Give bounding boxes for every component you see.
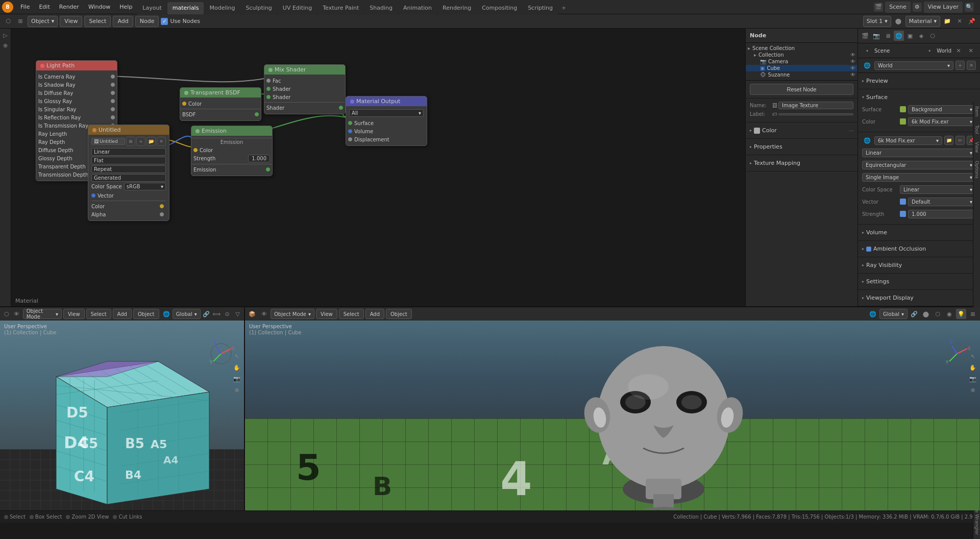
select-menu[interactable]: Select (84, 16, 111, 27)
vr-add-btn[interactable]: Add (365, 309, 384, 319)
strength-input[interactable]: 1.000 (908, 210, 976, 218)
world-dropdown[interactable]: World▾ (874, 61, 953, 70)
menu-file[interactable]: File (16, 2, 34, 13)
menu-edit[interactable]: Edit (35, 2, 54, 13)
preview-header[interactable]: ▸ Preview (862, 76, 976, 86)
tab-materials[interactable]: materials (167, 2, 204, 14)
vl-view-icon[interactable]: 👁 (12, 309, 21, 319)
color-section-header[interactable]: ▸ Color ⋯ (750, 126, 853, 135)
node-menu[interactable]: Node (135, 16, 159, 27)
add-world-icon[interactable]: ✕ (953, 45, 964, 56)
cube-item[interactable]: ▣ Cube 👁 (746, 65, 857, 71)
vr-select-btn[interactable]: Select (339, 309, 364, 319)
viewport-right[interactable]: 📦 👁 Object Mode▾ View Select Add Object … (245, 307, 980, 510)
delete-material-icon[interactable]: ✕ (954, 16, 965, 27)
camera-item[interactable]: 📷 Camera 👁 (746, 58, 857, 65)
wrangler-material-icon[interactable]: ⬡ (927, 31, 938, 41)
vr-snap-icon[interactable]: 🔗 (909, 309, 919, 319)
view-layer-selector[interactable]: View Layer (924, 2, 963, 13)
texture-open-icon[interactable]: 📂 (146, 137, 156, 146)
name-input[interactable]: Image Texture (778, 102, 853, 109)
vl-tool-group[interactable]: ⊕ (232, 385, 242, 395)
wrangler-world-icon[interactable]: 🌐 (894, 31, 904, 41)
vr-tool-group[interactable]: ⊕ (968, 385, 978, 395)
tab-shading[interactable]: Shading (364, 2, 398, 14)
tab-layout[interactable]: Layout (137, 2, 166, 14)
vector-dropdown[interactable]: Default▾ (908, 198, 976, 206)
color-space-value[interactable]: Linear▾ (900, 185, 976, 194)
tab-scripting[interactable]: Scripting (523, 2, 558, 14)
linear-dropdown[interactable]: Linear▾ (862, 149, 976, 157)
vr-material-icon[interactable]: ⬡ (933, 309, 943, 319)
view-mode-icon[interactable]: ⊞ (15, 16, 26, 27)
vr-overlay-icon[interactable]: ⊞ (968, 309, 978, 319)
vl-proportional-icon[interactable]: ⊙ (223, 309, 231, 319)
source-dropdown[interactable]: Generated (91, 174, 166, 182)
projection-dropdown[interactable]: Flat (91, 157, 166, 164)
vr-object-btn[interactable]: Object (386, 309, 412, 319)
vl-select-btn[interactable]: Select (86, 309, 111, 319)
search-icon[interactable]: 🔍 (965, 3, 974, 12)
vl-mode-selector[interactable]: Object Mode▾ (23, 309, 62, 319)
equirectangular-dropdown[interactable]: Equirectangular▾ (862, 161, 976, 169)
scene-collection-item[interactable]: ▸ Scene Collection (746, 45, 857, 52)
tab-rendering[interactable]: Rendering (437, 2, 476, 14)
vr-view-btn[interactable]: View (316, 309, 337, 319)
file-dropdown[interactable]: 6k Mod Fix.exr▾ (874, 136, 942, 145)
vl-object-btn[interactable]: Object (133, 309, 159, 319)
tab-sculpting[interactable]: Sculpting (240, 2, 277, 14)
viewport-display-header[interactable]: ▸ Viewport Display (862, 293, 976, 303)
interpolation-dropdown[interactable]: Linear (91, 148, 166, 156)
tab-compositing[interactable]: Compositing (477, 2, 522, 14)
ambient-occlusion-header[interactable]: ▸ Ambient Occlusion (862, 244, 976, 254)
texture-mapping-section-header[interactable]: ▸ Texture Mapping (750, 158, 853, 168)
vr-solid-icon[interactable]: ◉ (944, 309, 954, 319)
vl-snap-icon[interactable]: 🔗 (202, 309, 211, 319)
tab-uv-editing[interactable]: UV Editing (278, 2, 317, 14)
vl-mirror-icon[interactable]: ⟺ (212, 309, 221, 319)
vr-tool-cursor[interactable]: ↖ (968, 351, 978, 361)
emission-strength[interactable]: 1.000 (248, 155, 270, 162)
volume-header[interactable]: ▸ Volume (862, 228, 976, 237)
wrangler-mesh-icon[interactable]: ◈ (916, 31, 926, 41)
pin-material-icon[interactable]: 📌 (967, 16, 977, 27)
object-mode-selector[interactable]: Object ▾ (28, 16, 58, 27)
remove-world-icon[interactable]: ✕ (966, 45, 976, 56)
node-material-output[interactable]: Material Output All▾ Surface Volume (346, 96, 427, 146)
file-edit-btn[interactable]: ✏ (955, 136, 965, 145)
wrangler-render-icon[interactable]: 📷 (871, 31, 881, 41)
add-menu[interactable]: Add (113, 16, 133, 27)
vr-render-icon[interactable]: ⬤ (921, 309, 931, 319)
texture-new-icon[interactable]: + (136, 137, 145, 146)
menu-window[interactable]: Window (84, 2, 114, 13)
node-mix-shader[interactable]: Mix Shader Fac Shader Shader (264, 64, 346, 114)
color-dropdown[interactable]: 6k Mod Fix.exr▾ (908, 117, 976, 126)
vl-add-btn[interactable]: Add (113, 309, 132, 319)
vl-view-btn[interactable]: View (63, 309, 85, 319)
vl-falloff-icon[interactable]: ▽ (233, 309, 242, 319)
node-emission[interactable]: Emission Emission Color Strength 1.000 E… (191, 126, 273, 176)
vl-global-icon[interactable]: 🌐 (162, 309, 171, 319)
surface-dropdown[interactable]: Background▾ (908, 105, 976, 114)
vl-type-icon[interactable]: ⬡ (2, 309, 11, 319)
world-add-btn[interactable]: + (955, 61, 965, 70)
suzanne-item[interactable]: 🐵 Suzanne 👁 (746, 71, 857, 78)
tab-texture-paint[interactable]: Texture Paint (317, 2, 364, 14)
use-nodes-toggle[interactable]: ✓ Use Nodes (161, 18, 200, 25)
texture-browse-icon[interactable]: ⊞ (126, 137, 135, 146)
file-browse-btn[interactable]: 📁 (944, 136, 953, 145)
menu-render[interactable]: Render (55, 2, 83, 13)
add-workspace-button[interactable]: + (558, 2, 569, 14)
node-transparent-bsdf[interactable]: Transparent BSDF Color BSDF (180, 87, 261, 121)
vl-tool-camera[interactable]: 📷 (232, 374, 242, 384)
vl-transform-selector[interactable]: Global▾ (173, 309, 201, 319)
vr-tool-camera[interactable]: 📷 (968, 374, 978, 384)
node-type-icon[interactable]: ⬡ (3, 16, 13, 27)
output-mode-dropdown[interactable]: All▾ (349, 109, 424, 117)
properties-section-header[interactable]: ▸ Properties (750, 142, 853, 152)
sidebar-tool-2[interactable]: ⊕ (1, 41, 10, 50)
browse-material-icon[interactable]: 📁 (942, 16, 952, 27)
vr-view-icon[interactable]: 👁 (259, 309, 269, 319)
vr-rendered-icon[interactable]: 💡 (956, 309, 966, 319)
node-image-texture[interactable]: Untitled 🖼Untitled ⊞ + 📂 ✕ Linear Flat (88, 125, 169, 221)
